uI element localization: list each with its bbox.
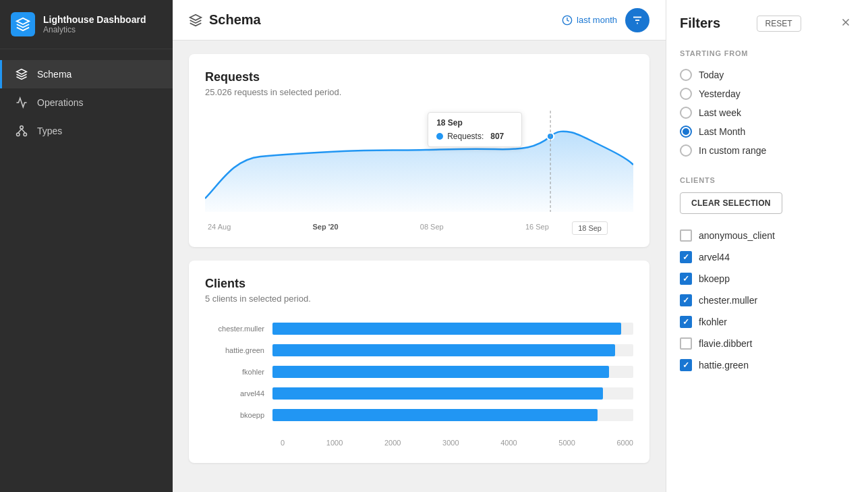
tooltip-date: 18 Sep [436,118,513,128]
date-marker: 18 Sep [572,221,608,235]
checkbox-label-hattie_green: hattie.green [699,360,749,371]
svg-line-6 [22,129,25,133]
svg-line-5 [18,129,22,133]
clients-subtitle: 5 clients in selected period. [205,294,633,304]
radio-input-today [680,69,692,81]
bar-label: arvel44 [205,389,272,398]
svg-point-3 [17,133,20,136]
checkbox-item-fkohler[interactable]: fkohler [680,311,855,333]
sidebar-item-operations[interactable]: Operations [0,88,173,117]
line-chart-svg [205,111,633,212]
radio-input-lastweek [680,107,692,119]
checkbox-box-arvel44 [680,251,692,263]
chart-x-labels: 24 Aug Sep '20 08 Sep 16 Sep [205,223,633,231]
checkbox-box-hattie_green [680,359,692,371]
bar-label: fkohler [205,368,272,376]
app-title: Lighthouse Dashboard [43,14,146,25]
checkbox-item-hattie_green[interactable]: hattie.green [680,354,855,376]
filters-panel: Filters RESET STARTING FROM TodayYesterd… [666,0,868,492]
checkbox-label-fkohler: fkohler [699,317,727,327]
chart-tooltip: 18 Sep Requests: 807 [428,112,522,147]
bar-track [272,366,633,378]
close-filters-button[interactable] [837,13,855,33]
bar-fill [272,409,598,421]
tooltip-dot [436,133,443,140]
checkbox-label-chester_muller: chester.muller [699,295,757,306]
reset-button[interactable]: RESET [757,16,801,32]
bar-row: bkoepp [205,409,633,421]
filters-title: Filters [680,16,720,31]
sidebar-item-schema-label: Schema [37,69,71,80]
bar-fill [272,323,621,335]
app-logo [11,12,35,36]
bar-x-label: 5000 [558,439,575,447]
radio-input-yesterday [680,88,692,100]
app-subtitle: Analytics [43,25,146,34]
tooltip-label: Requests: [447,132,484,141]
date-filter-label: last month [577,15,617,25]
radio-item-today[interactable]: Today [680,65,855,84]
app-title-group: Lighthouse Dashboard Analytics [43,14,146,34]
clients-filter-section: CLEAR SELECTION anonymous_clientarvel44b… [680,192,855,376]
date-filter-button[interactable]: last month [562,15,617,26]
checkbox-label-anonymous_client: anonymous_client [699,230,775,241]
bar-x-label: 2000 [384,439,401,447]
bar-chart: chester.mullerhattie.greenfkohlerarvel44… [205,317,633,436]
radio-input-lastmonth [680,126,692,138]
bar-track [272,323,633,335]
bar-track [272,409,633,421]
page-title-group: Schema [189,12,261,28]
radio-item-lastweek[interactable]: Last week [680,103,855,122]
clients-section-label: CLIENTS [680,176,855,184]
checkbox-item-flavie_dibbert[interactable]: flavie.dibbert [680,333,855,354]
radio-label-lastweek: Last week [699,107,741,118]
bar-label: hattie.green [205,346,272,354]
bar-x-label: 6000 [616,439,633,447]
filters-header: Filters RESET [680,13,855,33]
bar-row: arvel44 [205,387,633,400]
radio-item-custom[interactable]: In custom range [680,141,855,160]
filter-panel-button[interactable] [625,8,649,32]
x-label-1: Sep '20 [312,223,338,231]
bar-row: fkohler [205,366,633,378]
checkbox-item-anonymous_client[interactable]: anonymous_client [680,225,855,246]
svg-marker-7 [190,14,202,20]
checkbox-item-bkoepp[interactable]: bkoepp [680,268,855,290]
main-content: Schema last month Requests [173,0,666,492]
checkbox-box-flavie_dibbert [680,337,692,350]
radio-item-yesterday[interactable]: Yesterday [680,84,855,103]
clock-icon [562,15,573,26]
sidebar-item-types-label: Types [37,126,62,136]
checkbox-item-arvel44[interactable]: arvel44 [680,246,855,268]
sidebar-nav: Schema Operations Types [0,49,173,156]
x-label-3: 16 Sep [525,223,549,231]
sidebar-item-schema[interactable]: Schema [0,60,173,88]
checkbox-item-chester_muller[interactable]: chester.muller [680,290,855,311]
radio-input-custom [680,144,692,157]
bar-x-axis: 0100020003000400050006000 [205,439,633,447]
sidebar-item-operations-label: Operations [37,97,83,108]
bar-row: hattie.green [205,344,633,356]
svg-point-2 [20,126,24,130]
requests-title: Requests [205,70,633,84]
filter-icon [631,14,643,26]
sidebar-item-types[interactable]: Types [0,117,173,145]
requests-card: Requests 25.026 requests in selected per… [189,54,649,247]
checkbox-label-arvel44: arvel44 [699,252,730,263]
svg-marker-1 [17,70,27,75]
clients-checkbox-group: anonymous_clientarvel44bkoeppchester.mul… [680,225,855,376]
bar-fill [272,387,603,400]
radio-label-custom: In custom range [699,145,766,156]
svg-point-4 [24,133,27,136]
x-label-2: 08 Sep [420,223,444,231]
checkbox-box-anonymous_client [680,229,692,242]
radio-label-lastmonth: Last Month [699,126,745,137]
radio-item-lastmonth[interactable]: Last Month [680,122,855,141]
bar-track [272,344,633,356]
radio-label-today: Today [699,70,724,80]
clear-selection-button[interactable]: CLEAR SELECTION [680,192,782,214]
requests-chart: 18 Sep Requests: 807 18 Sep [205,111,633,219]
page-title: Schema [209,12,261,28]
bar-fill [272,344,615,356]
content-area: Requests 25.026 requests in selected per… [173,40,666,492]
